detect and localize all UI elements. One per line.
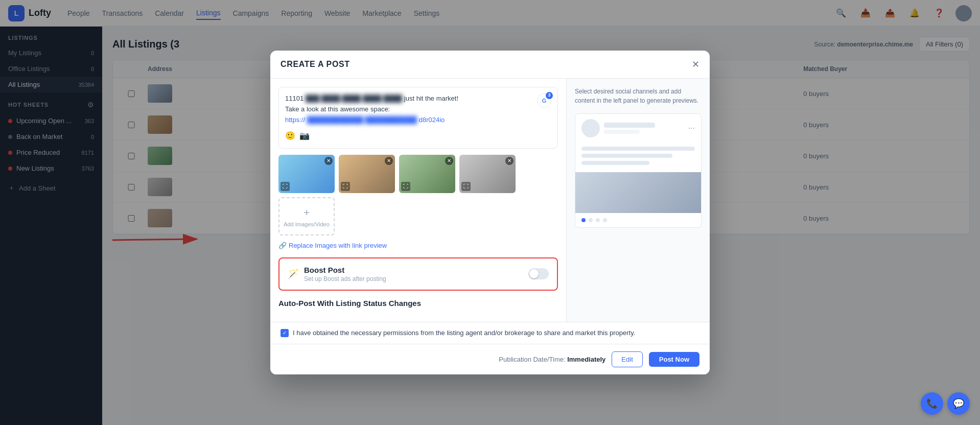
modal-header: CREATE A POST ✕ xyxy=(270,51,710,79)
modal-overlay[interactable]: CREATE A POST ✕ 11101 ███ ████ ████ ████… xyxy=(0,0,980,245)
post-image-1: ✕ ⛶ xyxy=(278,155,335,193)
preview-more-icon[interactable]: ··· xyxy=(688,124,695,133)
remove-image-2[interactable]: ✕ xyxy=(385,157,393,165)
modal-body: 11101 ███ ████ ████ ████ ████ just hit t… xyxy=(270,79,710,245)
images-grid: ✕ ⛶ ✕ ⛶ ✕ ⛶ ✕ xyxy=(278,155,558,235)
post-link-domain: d8r024io xyxy=(419,116,445,124)
grammarly-badge[interactable]: G 3 xyxy=(537,93,551,108)
add-images-label: Add Images/Video xyxy=(284,221,330,227)
post-link[interactable]: https:// xyxy=(285,116,305,124)
preview-card: ··· xyxy=(575,113,702,228)
modal-close-button[interactable]: ✕ xyxy=(692,59,699,70)
preview-image-area xyxy=(575,172,701,213)
emoji-icon[interactable]: 🙂 xyxy=(285,130,295,142)
preview-description: Select desired social channels and add c… xyxy=(575,87,702,105)
create-post-modal: CREATE A POST ✕ 11101 ███ ████ ████ ████… xyxy=(270,51,710,245)
expand-image-4[interactable]: ⛶ xyxy=(461,182,471,191)
post-link-blurred: ████████████ ███████████ xyxy=(307,115,417,126)
post-text-area[interactable]: 11101 ███ ████ ████ ████ ████ just hit t… xyxy=(278,87,558,148)
preview-name-line xyxy=(604,123,655,128)
post-icons-row: 🙂 📷 xyxy=(285,126,551,142)
link-icon: 🔗 xyxy=(278,242,287,245)
camera-icon[interactable]: 📷 xyxy=(299,130,310,142)
grammarly-count: 3 xyxy=(546,92,553,99)
post-image-3: ✕ ⛶ xyxy=(399,155,455,193)
preview-dots xyxy=(575,213,701,227)
remove-image-3[interactable]: ✕ xyxy=(445,157,453,165)
preview-sub-line xyxy=(604,130,640,134)
replace-images-link[interactable]: 🔗 Replace Images with link preview xyxy=(278,242,558,245)
preview-line xyxy=(581,161,649,165)
preview-line xyxy=(581,154,672,158)
modal-left-panel: 11101 ███ ████ ████ ████ ████ just hit t… xyxy=(270,79,567,245)
post-image-2: ✕ ⛶ xyxy=(339,155,395,193)
post-image-4: ✕ ⛶ xyxy=(459,155,516,193)
remove-image-1[interactable]: ✕ xyxy=(324,157,333,165)
remove-image-4[interactable]: ✕ xyxy=(505,157,514,165)
replace-images-label: Replace Images with link preview xyxy=(289,242,387,245)
post-text-content: 11101 ███ ████ ████ ████ ████ just hit t… xyxy=(285,93,537,125)
preview-avatar xyxy=(581,119,600,137)
modal-right-panel: Select desired social channels and add c… xyxy=(567,79,710,245)
expand-image-1[interactable]: ⛶ xyxy=(281,182,290,191)
expand-image-2[interactable]: ⛶ xyxy=(341,182,350,191)
modal-title: CREATE A POST xyxy=(281,60,350,69)
preview-line xyxy=(581,147,695,151)
expand-image-3[interactable]: ⛶ xyxy=(401,182,410,191)
post-text-blurred-address: ███ ████ ████ ████ ████ xyxy=(306,93,402,104)
add-images-button[interactable]: ＋ Add Images/Video xyxy=(278,197,335,235)
